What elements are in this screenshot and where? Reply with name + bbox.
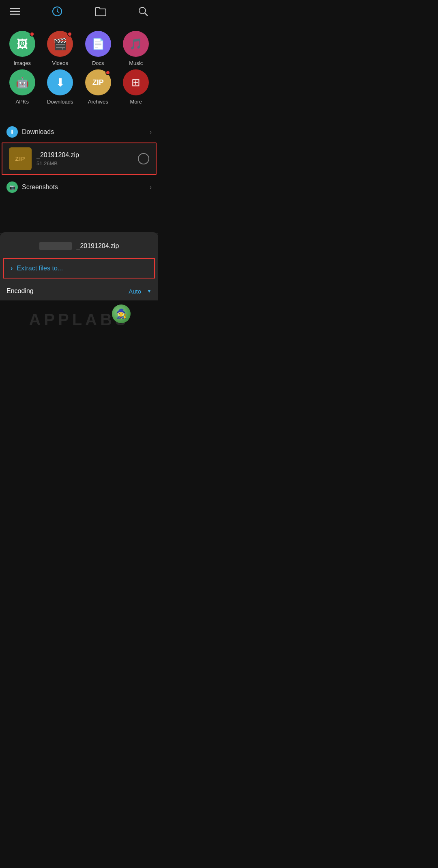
folder-icon[interactable] xyxy=(94,6,107,18)
bottom-sheet-header: _20191204.zip xyxy=(0,239,158,258)
svg-line-7 xyxy=(145,13,148,16)
encoding-row[interactable]: Encoding Auto ▼ xyxy=(0,282,158,300)
category-images[interactable]: 🖼 Images xyxy=(5,31,40,66)
search-icon[interactable] xyxy=(138,6,148,18)
file-name: _20191204.zip xyxy=(36,151,133,159)
category-more-label: More xyxy=(130,99,142,105)
bottom-sheet-filename-text: _20191204.zip xyxy=(77,242,119,250)
downloads-chevron-icon: › xyxy=(150,129,152,135)
extract-label: Extract files to... xyxy=(17,265,63,272)
screenshots-section-title: Screenshots xyxy=(22,184,146,191)
extract-chevron-icon: › xyxy=(11,265,13,272)
category-videos[interactable]: 🎬 Videos xyxy=(43,31,78,66)
menu-icon[interactable] xyxy=(10,7,20,17)
category-downloads-label: Downloads xyxy=(47,99,73,105)
clock-icon[interactable] xyxy=(52,6,63,19)
category-docs[interactable]: 📄 Docs xyxy=(81,31,116,66)
file-row-zip[interactable]: ZIP _20191204.zip 51.26MB xyxy=(2,143,157,175)
bottom-sheet: _20191204.zip › Extract files to... Enco… xyxy=(0,232,158,325)
svg-line-5 xyxy=(57,11,59,13)
watermark-area: APPLABS 🧙 xyxy=(0,300,158,325)
category-videos-label: Videos xyxy=(52,60,68,66)
mascot-icon: 🧙 xyxy=(112,304,131,323)
zip-icon-label: ZIP xyxy=(15,155,26,162)
category-more[interactable]: ⊞ More xyxy=(119,69,154,105)
category-music[interactable]: 🎵 Music xyxy=(119,31,154,66)
encoding-dropdown-icon[interactable]: ▼ xyxy=(147,288,152,294)
empty-space xyxy=(0,198,158,230)
svg-point-6 xyxy=(139,7,146,14)
filename-icon-bar xyxy=(39,242,72,250)
downloads-section-icon: ⬇ xyxy=(6,126,18,138)
category-images-label: Images xyxy=(13,60,31,66)
category-apks-label: APKs xyxy=(15,99,29,105)
encoding-label-text: Encoding xyxy=(6,287,125,295)
file-select-circle[interactable] xyxy=(138,153,149,164)
downloads-section-header[interactable]: ⬇ Downloads › xyxy=(0,121,158,143)
file-info: _20191204.zip 51.26MB xyxy=(36,151,133,166)
encoding-value-text: Auto xyxy=(129,288,141,295)
screenshots-chevron-icon: › xyxy=(150,184,152,190)
zip-file-icon: ZIP xyxy=(9,147,32,170)
category-archives-label: Archives xyxy=(88,99,108,105)
screenshots-section-header[interactable]: 📷 Screenshots › xyxy=(0,177,158,198)
screenshots-section-icon: 📷 xyxy=(6,181,18,193)
category-downloads[interactable]: ⬇ Downloads xyxy=(43,69,78,105)
category-docs-label: Docs xyxy=(92,60,104,66)
category-music-label: Music xyxy=(129,60,143,66)
category-archives[interactable]: ZIP Archives xyxy=(81,69,116,105)
divider-1 xyxy=(0,118,158,118)
top-nav xyxy=(0,0,158,24)
downloads-section-title: Downloads xyxy=(22,128,146,136)
category-apks[interactable]: 🤖 APKs xyxy=(5,69,40,105)
file-size: 51.26MB xyxy=(36,160,133,166)
extract-files-row[interactable]: › Extract files to... xyxy=(3,258,155,279)
category-grid: 🖼 Images 🎬 Videos 📄 Docs 🎵 Music 🤖 APKs … xyxy=(0,24,158,114)
